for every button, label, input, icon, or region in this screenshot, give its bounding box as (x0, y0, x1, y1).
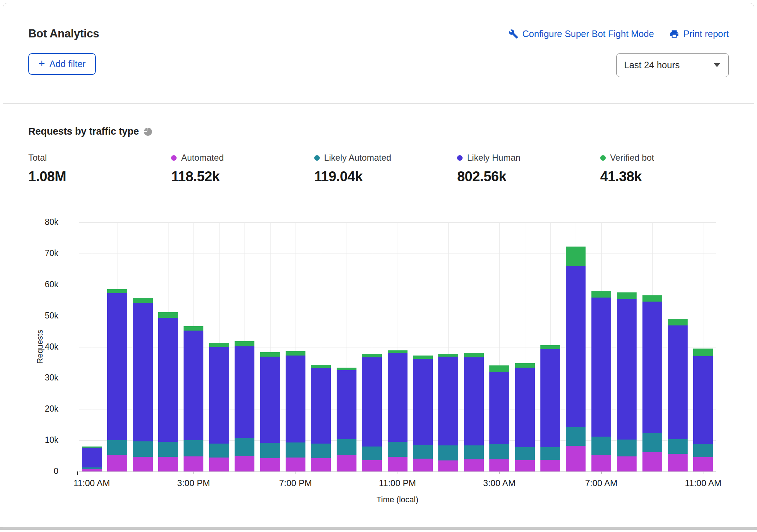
bar-segment-likely-automated[interactable] (337, 439, 356, 455)
bar-segment-verified-bot[interactable] (668, 319, 688, 325)
bar-segment-likely-automated[interactable] (489, 444, 509, 459)
bar-segment-likely-human[interactable] (413, 359, 433, 445)
bar-segment-likely-human[interactable] (337, 370, 356, 439)
bar-segment-verified-bot[interactable] (642, 295, 662, 301)
bar-segment-likely-automated[interactable] (82, 467, 102, 469)
bar-segment-likely-automated[interactable] (540, 447, 560, 460)
bar-segment-likely-human[interactable] (540, 349, 560, 447)
bar-segment-verified-bot[interactable] (566, 247, 586, 266)
bar-segment-automated[interactable] (235, 456, 254, 471)
bar-segment-automated[interactable] (184, 456, 203, 471)
bar-segment-automated[interactable] (209, 458, 229, 471)
bar-segment-verified-bot[interactable] (209, 343, 229, 347)
configure-super-bot-fight-mode-link[interactable]: Configure Super Bot Fight Mode (508, 29, 654, 39)
bar-segment-verified-bot[interactable] (158, 312, 178, 317)
bar-segment-verified-bot[interactable] (591, 291, 611, 298)
bar-segment-automated[interactable] (133, 457, 153, 471)
bar-segment-verified-bot[interactable] (337, 368, 356, 371)
bar-segment-likely-human[interactable] (388, 353, 408, 441)
bar-segment-verified-bot[interactable] (311, 365, 331, 368)
bar-segment-likely-human[interactable] (311, 368, 331, 443)
bar-segment-verified-bot[interactable] (413, 356, 433, 358)
bar-segment-likely-human[interactable] (438, 357, 458, 445)
bar-segment-likely-human[interactable] (668, 325, 688, 439)
bar-segment-automated[interactable] (489, 459, 509, 471)
bar-segment-likely-automated[interactable] (286, 442, 305, 458)
bar-segment-likely-automated[interactable] (107, 440, 127, 455)
bar-segment-likely-human[interactable] (133, 303, 153, 441)
bar-segment-likely-automated[interactable] (235, 438, 254, 456)
bar-segment-automated[interactable] (362, 460, 382, 471)
bar-segment-likely-human[interactable] (107, 293, 127, 440)
bar-segment-automated[interactable] (337, 455, 356, 471)
bar-segment-likely-automated[interactable] (591, 437, 611, 455)
bar-segment-likely-automated[interactable] (438, 445, 458, 461)
bar-segment-likely-human[interactable] (642, 302, 662, 433)
bar-segment-verified-bot[interactable] (693, 349, 713, 356)
bar-segment-likely-human[interactable] (515, 368, 535, 447)
bar-segment-likely-automated[interactable] (668, 439, 688, 454)
bar-segment-likely-automated[interactable] (133, 441, 153, 457)
bar-segment-automated[interactable] (642, 452, 662, 471)
bar-segment-likely-automated[interactable] (260, 443, 280, 458)
bar-segment-verified-bot[interactable] (133, 298, 153, 303)
bar-segment-likely-human[interactable] (591, 298, 611, 437)
bar-segment-likely-human[interactable] (362, 357, 382, 447)
bar-segment-likely-human[interactable] (209, 347, 229, 443)
bar-segment-automated[interactable] (515, 460, 535, 471)
bar-segment-likely-human[interactable] (158, 318, 178, 442)
bar-segment-automated[interactable] (413, 459, 433, 471)
bar-segment-likely-human[interactable] (489, 372, 509, 444)
bar-segment-likely-human[interactable] (566, 266, 586, 427)
add-filter-button[interactable]: + Add filter (28, 53, 96, 75)
bar-segment-verified-bot[interactable] (515, 363, 535, 367)
bar-segment-automated[interactable] (158, 457, 178, 471)
bar-segment-likely-automated[interactable] (158, 442, 178, 457)
bar-segment-verified-bot[interactable] (362, 354, 382, 357)
bar-segment-likely-automated[interactable] (617, 440, 637, 457)
bar-segment-likely-human[interactable] (464, 357, 484, 445)
bar-segment-automated[interactable] (693, 457, 713, 471)
bar-segment-automated[interactable] (540, 460, 560, 471)
bar-segment-verified-bot[interactable] (388, 350, 408, 353)
bar-segment-automated[interactable] (438, 460, 458, 471)
bar-segment-automated[interactable] (668, 454, 688, 471)
bar-segment-verified-bot[interactable] (260, 352, 280, 357)
bar-segment-likely-automated[interactable] (311, 444, 331, 458)
bar-segment-automated[interactable] (591, 455, 611, 471)
bar-segment-verified-bot[interactable] (617, 292, 637, 299)
bar-segment-automated[interactable] (388, 457, 408, 471)
bar-segment-automated[interactable] (566, 446, 586, 471)
bar-segment-verified-bot[interactable] (235, 341, 254, 346)
bar-segment-verified-bot[interactable] (540, 345, 560, 349)
bar-segment-likely-automated[interactable] (693, 444, 713, 457)
bar-segment-automated[interactable] (107, 455, 127, 471)
bar-segment-likely-human[interactable] (235, 346, 254, 438)
bar-segment-verified-bot[interactable] (464, 353, 484, 357)
print-report-link[interactable]: Print report (669, 29, 729, 39)
bar-segment-likely-automated[interactable] (515, 447, 535, 460)
bar-segment-verified-bot[interactable] (489, 365, 509, 372)
bar-segment-likely-human[interactable] (82, 448, 102, 467)
bar-segment-likely-human[interactable] (693, 356, 713, 444)
time-range-select[interactable]: Last 24 hours (616, 53, 729, 77)
bar-segment-likely-human[interactable] (617, 299, 637, 440)
bar-segment-likely-automated[interactable] (209, 444, 229, 458)
bar-segment-likely-automated[interactable] (642, 433, 662, 452)
bar-segment-likely-human[interactable] (184, 331, 203, 440)
bar-segment-verified-bot[interactable] (438, 354, 458, 357)
bar-segment-verified-bot[interactable] (286, 351, 305, 356)
bar-segment-verified-bot[interactable] (107, 289, 127, 293)
bar-segment-likely-human[interactable] (286, 356, 305, 442)
bar-segment-likely-automated[interactable] (413, 445, 433, 459)
bar-segment-likely-automated[interactable] (566, 427, 586, 445)
bar-segment-automated[interactable] (464, 459, 484, 471)
bar-segment-likely-human[interactable] (260, 357, 280, 443)
bar-segment-verified-bot[interactable] (82, 447, 102, 448)
bar-segment-likely-automated[interactable] (464, 445, 484, 459)
bar-segment-likely-automated[interactable] (388, 442, 408, 457)
bar-segment-verified-bot[interactable] (184, 326, 203, 331)
bar-segment-likely-automated[interactable] (362, 447, 382, 460)
bar-segment-automated[interactable] (260, 458, 280, 471)
bar-segment-automated[interactable] (617, 456, 637, 471)
